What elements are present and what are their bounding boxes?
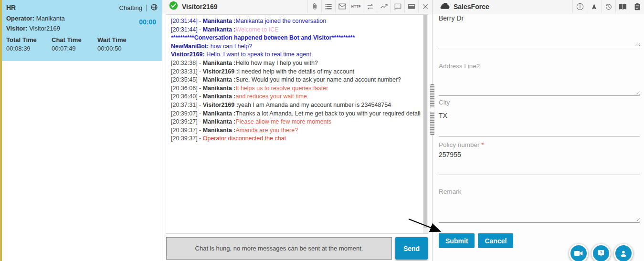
chat-message: Visitor2169: Hello. I want to speak to r… [171, 51, 421, 59]
field-label: Policy number * [439, 141, 640, 148]
field-input[interactable] [439, 70, 640, 77]
field-input[interactable]: 257955 [439, 151, 640, 158]
field-underline [439, 175, 640, 175]
escalate-icon[interactable] [377, 0, 391, 13]
chat-transcript: [20:31:44] - Manikanta :Manikanta joined… [166, 14, 428, 234]
crm-field-remark: Remark [439, 188, 640, 223]
svg-text:?: ? [600, 251, 602, 255]
transfer-icon[interactable] [363, 0, 377, 13]
operator-line: Operator: Manikanta [6, 15, 65, 22]
field-underline [439, 222, 640, 223]
resize-grip-icon[interactable] [635, 90, 640, 94]
total-time-value: 00:08:39 [6, 45, 31, 52]
http-icon[interactable]: HTTP [349, 0, 363, 13]
submit-button[interactable]: Submit [439, 233, 475, 248]
window-icon[interactable] [404, 0, 418, 13]
chat-message: [20:32:38] - Manikanta :Hello how may I … [171, 59, 421, 68]
status-label: Chatting [119, 4, 142, 11]
chat-message: [20:37:31] - Visitor2169 :yeah I am Aman… [171, 101, 421, 110]
chat-message: [20:39:27] - Manikanta :Please allow me … [171, 118, 421, 126]
operator-label: Operator: [6, 15, 34, 22]
chat-status: Chatting [119, 3, 158, 12]
cancel-button[interactable]: Cancel [478, 233, 513, 248]
chat-header: Visitor2169 [162, 0, 432, 13]
wait-time-header: Wait Time [97, 36, 127, 43]
book-icon[interactable] [615, 0, 630, 13]
field-label: Remark [439, 188, 640, 195]
chat-message: [20:39:37] - Operator disconnected the c… [171, 135, 421, 143]
crm-form: Berry DrAddress Line2 CityTXPolicy numbe… [433, 13, 644, 261]
total-time-header: Total Time [6, 36, 37, 43]
visitor-name: Visitor2169 [29, 25, 60, 32]
department-title: HR [6, 4, 16, 11]
agent-icon[interactable] [614, 244, 633, 261]
close-icon[interactable] [418, 0, 432, 13]
clipboard-icon[interactable] [630, 0, 644, 13]
video-call-icon[interactable] [569, 244, 588, 261]
cloud-icon [439, 2, 450, 11]
send-button[interactable]: Send [395, 237, 428, 260]
wait-time-value: 00:00:50 [97, 45, 122, 52]
globe-icon[interactable] [150, 3, 158, 12]
chat-messages: [20:31:44] - Manikanta :Manikanta joined… [171, 17, 421, 232]
session-timer: 00:00 [139, 18, 156, 26]
session-header: HR Chatting Operator: Manikanta 00:00 Vi… [2, 0, 162, 61]
history-icon[interactable] [601, 0, 615, 13]
chat-message: [20:39:07] - Manikanta :Thanks a lot Ama… [171, 110, 421, 118]
scrollbar-thumb[interactable] [423, 15, 427, 228]
field-label: Address Line2 [439, 63, 640, 70]
status-divider [146, 5, 147, 11]
field-underline [439, 136, 640, 136]
chat-panel: Visitor2169 [162, 0, 433, 261]
navigation-arrow-icon[interactable] [587, 0, 601, 13]
green-check-icon [169, 1, 178, 12]
chat-message: [20:33:31] - Visitor2169 :I needed help … [171, 68, 421, 76]
chat-message: [20:36:40] - Manikanta :and reduces your… [171, 93, 421, 101]
canned-messages-icon[interactable] [321, 0, 335, 13]
chat-message: [20:35:45] - Manikanta :Sure. Would you … [171, 76, 421, 84]
crm-field-address-line1: Berry Dr [439, 14, 640, 47]
crm-title: SalesForce [454, 3, 489, 10]
field-label: City [439, 99, 640, 106]
panel-accent-strip [0, 0, 2, 261]
chat-message: [20:39:37] - Manikanta :Amanda are you t… [171, 126, 421, 135]
visitor-line: Visitor: Visitor2169 [6, 25, 60, 32]
app-window: HR Chatting Operator: Manikanta 00:00 Vi… [0, 0, 644, 261]
chat-message: [20:36:06] - Manikanta :It helps us to r… [171, 84, 421, 93]
visitor-label: Visitor: [6, 25, 28, 32]
chat-title: Visitor2169 [182, 3, 217, 10]
comment-icon[interactable] [391, 0, 404, 13]
field-input[interactable]: Berry Dr [439, 14, 640, 22]
chat-input-row: Chat is hung, no more messages can be se… [166, 237, 428, 260]
chat-message: [20:31:44] - Manikanta :Manikanta joined… [171, 17, 421, 26]
session-info-panel: HR Chatting Operator: Manikanta 00:00 Vi… [0, 0, 162, 261]
chat-message: **********Conversation happened between … [171, 34, 421, 42]
crm-field-policy-number: Policy number *257955 [439, 141, 640, 175]
field-input[interactable] [439, 195, 640, 203]
chat-toolbar: HTTP [307, 0, 432, 13]
operator-name: Manikanta [36, 15, 65, 22]
chat-message: [20:31:44] - Manikanta :Welcome to ICE [171, 26, 421, 34]
panel-splitter-grip[interactable] [430, 84, 434, 136]
field-input[interactable]: TX [439, 112, 640, 119]
crm-field-address-line2: Address Line2 [439, 63, 640, 96]
chat-time-header: Chat Time [52, 36, 82, 43]
info-icon[interactable] [572, 0, 587, 13]
crm-panel: SalesForce [433, 0, 644, 261]
chat-time-value: 00:07:49 [52, 45, 76, 52]
crm-toolbar [572, 0, 644, 13]
attachment-icon[interactable] [307, 0, 321, 13]
help-icon[interactable]: ? [591, 244, 611, 261]
crm-header: SalesForce [433, 0, 644, 13]
chat-message: NewManiBot: how can I help? [171, 42, 421, 51]
crm-buttons: Submit Cancel [439, 233, 513, 248]
resize-grip-icon[interactable] [635, 42, 640, 46]
crm-field-city: CityTX [439, 99, 640, 136]
email-icon[interactable] [335, 0, 349, 13]
field-underline [439, 47, 640, 47]
chat-input-disabled[interactable]: Chat is hung, no more messages can be se… [166, 237, 392, 260]
chat-scrollbar[interactable] [423, 15, 428, 233]
resize-grip-icon[interactable] [635, 217, 640, 221]
field-underline [439, 95, 640, 96]
